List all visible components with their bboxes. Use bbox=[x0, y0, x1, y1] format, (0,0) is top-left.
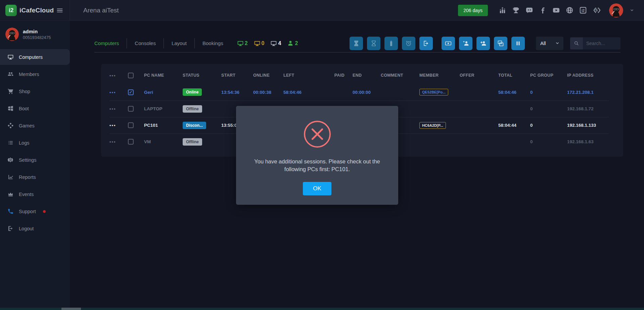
sellsn-icon[interactable]: S bbox=[593, 6, 600, 14]
sidebar: admin 005193482475 ComputersMembersShopB… bbox=[0, 21, 70, 310]
cell-pc-name[interactable]: VM bbox=[144, 133, 183, 150]
member-badge[interactable]: QE52BE[Po... bbox=[419, 89, 448, 95]
sidebar-item-settings[interactable]: Settings bbox=[0, 152, 70, 168]
sidebar-item-logout[interactable]: Logout bbox=[0, 221, 70, 236]
cell-pc-name[interactable]: Geri bbox=[144, 84, 183, 101]
screen-share-button[interactable] bbox=[494, 37, 507, 50]
hourglass-filled-button[interactable] bbox=[350, 37, 363, 50]
modal-message: You have additional sessions. Please che… bbox=[249, 158, 385, 173]
cell-pc-group: 0 bbox=[530, 101, 567, 117]
facebook-icon[interactable] bbox=[539, 6, 547, 14]
chart-icon bbox=[7, 174, 14, 180]
globe-icon[interactable] bbox=[566, 6, 573, 14]
scrollbar-thumb[interactable] bbox=[61, 308, 81, 310]
user-avatar[interactable] bbox=[5, 28, 19, 41]
icafecloud-icon[interactable]: i2 bbox=[579, 6, 587, 14]
sidebar-item-boot[interactable]: Boot bbox=[0, 101, 70, 116]
row-actions-icon[interactable]: ••• bbox=[109, 90, 116, 95]
cell-total bbox=[498, 101, 530, 117]
cell-paid bbox=[314, 84, 347, 101]
battery-button[interactable] bbox=[384, 37, 398, 50]
sidebar-item-shop[interactable]: Shop bbox=[0, 83, 70, 99]
row-actions-icon[interactable]: ••• bbox=[109, 139, 116, 144]
svg-text:i2: i2 bbox=[582, 8, 585, 12]
youtube-icon[interactable] bbox=[552, 6, 560, 14]
column-header-online[interactable]: ONLINE bbox=[253, 67, 283, 84]
ranking-icon[interactable] bbox=[499, 6, 506, 14]
member-plus-button[interactable] bbox=[476, 37, 490, 50]
column-header-offer[interactable]: OFFER bbox=[460, 67, 498, 84]
cell-ip-address: 192.168.1.63 bbox=[567, 133, 609, 150]
pc-group-filter-select[interactable]: All bbox=[536, 37, 563, 50]
tab-consoles[interactable]: Consoles bbox=[127, 40, 164, 46]
cell-status: Offline bbox=[183, 133, 221, 150]
sidebar-item-logs[interactable]: Logs bbox=[0, 135, 70, 151]
ok-button[interactable]: OK bbox=[303, 182, 331, 195]
column-header-start[interactable]: START bbox=[221, 67, 253, 84]
row-checkbox[interactable] bbox=[128, 139, 134, 145]
member-star-icon bbox=[462, 40, 469, 47]
alarm-button[interactable] bbox=[402, 37, 415, 50]
member-badge[interactable]: HC6A2D[P... bbox=[419, 122, 446, 129]
sidebar-item-events[interactable]: Events bbox=[0, 186, 70, 202]
sidebar-item-label: Logs bbox=[19, 140, 29, 146]
row-checkbox[interactable] bbox=[128, 122, 134, 128]
column-header-status[interactable]: STATUS bbox=[183, 67, 221, 84]
count-monitor: 2 bbox=[237, 40, 248, 47]
row-checkbox[interactable]: ✓ bbox=[128, 89, 134, 95]
header-main: Arena aiTest 206 days i2S bbox=[70, 0, 644, 21]
status-badge: Discon... bbox=[183, 122, 206, 129]
user-account-id: 005193482475 bbox=[23, 35, 51, 40]
column-header-end[interactable]: END bbox=[347, 67, 381, 84]
cart-icon bbox=[7, 88, 14, 94]
sidebar-item-support[interactable]: Support bbox=[0, 203, 70, 219]
column-header-left[interactable]: LEFT bbox=[283, 67, 314, 84]
cell-total: 58:04:44 bbox=[498, 117, 530, 133]
column-header-ip-address[interactable]: IP ADDRESS bbox=[567, 67, 609, 84]
pause-button[interactable] bbox=[511, 37, 525, 50]
column-header-member[interactable]: MEMBER bbox=[419, 67, 460, 84]
checkout-button[interactable] bbox=[419, 37, 433, 50]
count-monitor: 4 bbox=[270, 40, 281, 47]
sidebar-item-label: Logout bbox=[19, 226, 34, 231]
gear-icon bbox=[7, 157, 14, 163]
column-header-pc-group[interactable]: PC GROUP bbox=[530, 67, 567, 84]
sidebar-item-members[interactable]: Members bbox=[0, 66, 70, 82]
cell-ip-address: 192.168.1.72 bbox=[567, 101, 609, 117]
column-header-total[interactable]: TOTAL bbox=[498, 67, 530, 84]
select-all-checkbox[interactable] bbox=[128, 73, 134, 78]
row-actions-icon[interactable]: ••• bbox=[109, 106, 116, 111]
sidebar-item-label: Reports bbox=[19, 175, 36, 180]
menu-icon[interactable] bbox=[56, 7, 63, 14]
column-header-comment[interactable]: COMMENT bbox=[381, 67, 419, 84]
sidebar-item-games[interactable]: Games bbox=[0, 118, 70, 133]
license-days-badge[interactable]: 206 days bbox=[458, 5, 488, 16]
notification-dot bbox=[43, 210, 46, 213]
sidebar-item-computers[interactable]: Computers bbox=[0, 49, 70, 65]
cell-member bbox=[419, 101, 460, 117]
tab-bookings[interactable]: Bookings bbox=[195, 40, 231, 46]
hourglass-button[interactable] bbox=[367, 37, 380, 50]
column-header-paid[interactable]: PAID bbox=[314, 67, 347, 84]
cell-pc-name[interactable]: PC101 bbox=[144, 117, 183, 133]
row-actions-icon[interactable]: ••• bbox=[109, 123, 116, 128]
discord-icon[interactable] bbox=[525, 6, 533, 14]
app-logo[interactable]: i2 iCafeCloud bbox=[5, 5, 54, 16]
row-checkbox[interactable] bbox=[128, 106, 134, 112]
sidebar-nav: ComputersMembersShopBootGamesLogsSetting… bbox=[0, 49, 70, 236]
row-actions-icon[interactable]: ••• bbox=[109, 73, 116, 78]
cash-button[interactable] bbox=[442, 37, 455, 50]
sidebar-item-label: Events bbox=[19, 192, 34, 197]
column-header-pc-name[interactable]: PC NAME bbox=[144, 67, 183, 84]
member-star-button[interactable] bbox=[459, 37, 472, 50]
chevron-down-icon[interactable] bbox=[629, 8, 635, 13]
avatar[interactable] bbox=[609, 3, 623, 17]
cell-pc-name[interactable]: LAPTOP bbox=[144, 101, 183, 117]
sidebar-item-reports[interactable]: Reports bbox=[0, 169, 70, 185]
tab-layout[interactable]: Layout bbox=[164, 40, 194, 46]
header: i2 iCafeCloud Arena aiTest 206 days i2S bbox=[0, 0, 644, 21]
search-input[interactable] bbox=[583, 37, 620, 49]
tab-computers[interactable]: Computers bbox=[94, 40, 127, 46]
trophy-icon[interactable] bbox=[512, 6, 520, 14]
horizontal-scrollbar[interactable] bbox=[0, 308, 644, 310]
